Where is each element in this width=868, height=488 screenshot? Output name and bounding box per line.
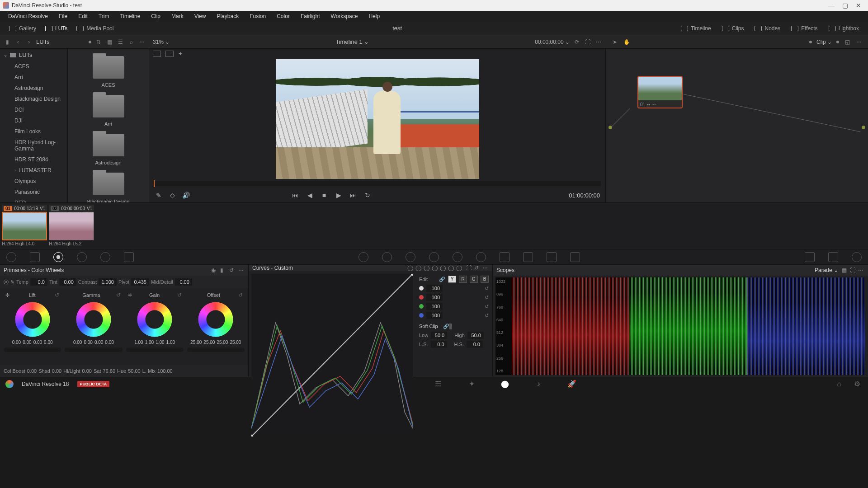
menu-fusion[interactable]: Fusion: [245, 12, 270, 21]
curve-graph[interactable]: [251, 274, 413, 436]
timeline-dropdown[interactable]: Timeline 1 ⌄: [335, 38, 369, 45]
softclip-high[interactable]: 50.0: [467, 332, 484, 339]
contrast-value[interactable]: 1.000: [99, 278, 117, 286]
primaries-title[interactable]: Primaries - Color Wheels: [4, 267, 64, 273]
lut-tree-item[interactable]: ACES: [0, 61, 67, 72]
luts-root-folder[interactable]: ⌄LUTs: [0, 49, 67, 61]
menu-color[interactable]: Color: [272, 12, 294, 21]
lmix-value[interactable]: 100.00: [157, 368, 173, 374]
lut-tree-item[interactable]: DCI: [0, 104, 67, 115]
camera-raw-icon[interactable]: [6, 252, 16, 262]
reset-r-icon[interactable]: ↺: [485, 295, 489, 300]
grid-view-icon[interactable]: ▦: [106, 38, 113, 46]
sort-icon[interactable]: ⇅: [95, 38, 102, 46]
lut-tree-item[interactable]: Panasonic: [0, 187, 67, 197]
menu-workspace[interactable]: Workspace: [326, 12, 363, 21]
viewer-scrubber[interactable]: [154, 181, 601, 186]
lut-tree-item[interactable]: Astrodesign: [0, 83, 67, 94]
hand-tool-icon[interactable]: ✋: [623, 38, 630, 46]
curves-reset-icon[interactable]: ↺: [474, 265, 481, 271]
lift-reset-icon[interactable]: ↺: [55, 292, 59, 298]
lut-tree-item[interactable]: Film Looks: [0, 126, 67, 137]
softclip-ls[interactable]: 0.0: [431, 341, 447, 348]
pointer-tool-icon[interactable]: ➤: [611, 38, 618, 46]
gallery-button[interactable]: Gallery: [5, 23, 41, 33]
color-page-tab[interactable]: ⬤: [500, 380, 510, 389]
node-output-dot[interactable]: [862, 126, 865, 129]
curves-expand-icon[interactable]: ⛶: [466, 265, 472, 271]
menu-davinci[interactable]: DaVinci Resolve: [4, 12, 52, 21]
panel-menu-icon[interactable]: ⋯: [238, 267, 245, 273]
minimize-button[interactable]: —: [825, 2, 838, 9]
softclip-b-button[interactable]: [451, 324, 452, 329]
reset-all-icon[interactable]: ↺: [229, 267, 236, 273]
lift-y-slider[interactable]: [4, 347, 61, 352]
menu-timeline[interactable]: Timeline: [115, 12, 145, 21]
channel-b-button[interactable]: B: [481, 276, 489, 283]
clip-thumbnail-1[interactable]: 0100:00:13:19V1 H.264 High L4.0: [2, 205, 47, 247]
deliver-page-tab[interactable]: 🚀: [566, 380, 577, 389]
curves-mode-2-icon[interactable]: ◯: [415, 265, 422, 271]
colboost-value[interactable]: 0.00: [27, 368, 37, 374]
menu-mark[interactable]: Mark: [167, 12, 188, 21]
menu-fairlight[interactable]: Fairlight: [296, 12, 325, 21]
intensity-r[interactable]: 100: [426, 294, 443, 301]
viewer-canvas[interactable]: [149, 59, 605, 179]
lift-wheel[interactable]: [15, 302, 50, 337]
list-view-icon[interactable]: ☰: [117, 38, 124, 46]
motion-effects-icon[interactable]: [124, 252, 134, 262]
source-timecode[interactable]: 00:00:00:00 ⌄: [535, 39, 570, 45]
lut-tree-item[interactable]: HDR Hybrid Log-Gamma: [0, 137, 67, 154]
magic-wand-icon[interactable]: ✦: [178, 51, 183, 57]
hdr-wheels-icon[interactable]: [77, 252, 87, 262]
expand-viewer-icon[interactable]: ⛶: [584, 38, 591, 46]
clip-mode-dropdown[interactable]: Clip ⌄: [816, 39, 832, 45]
info-icon[interactable]: [852, 252, 862, 262]
scope-expand-icon[interactable]: ⛶: [850, 267, 856, 273]
gain-reset-icon[interactable]: ↺: [177, 292, 182, 298]
auto-balance-icon[interactable]: Ⓐ: [4, 279, 9, 286]
middetail-value[interactable]: 0.00: [175, 278, 192, 286]
gamma-y-slider[interactable]: [65, 347, 122, 352]
search-icon[interactable]: ⌕: [127, 38, 135, 46]
curves-mode-7-icon[interactable]: ◯: [456, 265, 462, 271]
sizing-icon[interactable]: [547, 252, 557, 262]
qualifier-icon[interactable]: [406, 252, 415, 262]
menu-help[interactable]: Help: [364, 12, 384, 21]
highlight-mode-icon[interactable]: [153, 51, 161, 57]
zoom-dropdown[interactable]: 31% ⌄: [153, 39, 170, 45]
corrector-node[interactable]: 01▪▪〰: [637, 76, 683, 108]
tracker-icon[interactable]: [453, 252, 462, 262]
pivot-value[interactable]: 0.435: [131, 278, 149, 286]
softclip-hs[interactable]: 0.0: [467, 341, 483, 348]
gain-picker-icon[interactable]: ✛: [128, 292, 132, 298]
lut-folder-arri[interactable]: Arri: [68, 91, 149, 130]
blur-icon[interactable]: [500, 252, 509, 262]
menu-trim[interactable]: Trim: [94, 12, 114, 21]
colormatch-icon[interactable]: [30, 252, 40, 262]
record-timecode[interactable]: 01:00:00:00: [569, 192, 600, 199]
offset-wheel[interactable]: [198, 302, 233, 337]
gain-wheel[interactable]: [137, 302, 172, 337]
node-zoom-icon[interactable]: ◱: [844, 38, 851, 46]
lut-tree-item[interactable]: HDR ST 2084: [0, 154, 67, 165]
bypass-icon[interactable]: ⟳: [573, 38, 580, 46]
shad-value[interactable]: 0.00: [52, 368, 61, 374]
tint-value[interactable]: 0.00: [59, 278, 76, 286]
lut-tree-item[interactable]: RED: [0, 197, 67, 202]
effects-button[interactable]: Effects: [787, 23, 822, 33]
key-icon[interactable]: [523, 252, 533, 262]
menu-view[interactable]: View: [190, 12, 211, 21]
reset-y-icon[interactable]: ↺: [485, 286, 489, 291]
curves-mode-1-icon[interactable]: ◯: [407, 265, 414, 271]
timeline-button[interactable]: Timeline: [676, 23, 716, 33]
panel-collapse-icon[interactable]: ▮: [4, 38, 11, 46]
lut-tree-item[interactable]: Blackmagic Design: [0, 94, 67, 104]
loop-button[interactable]: ↻: [363, 191, 372, 199]
reset-g-icon[interactable]: ↺: [485, 304, 489, 310]
lut-tree-item[interactable]: Arri: [0, 72, 67, 83]
picker-white-icon[interactable]: ✎: [10, 279, 14, 285]
first-frame-button[interactable]: ⏮: [291, 191, 299, 199]
magic-mask-icon[interactable]: [476, 252, 486, 262]
nodes-button[interactable]: Nodes: [750, 23, 785, 33]
